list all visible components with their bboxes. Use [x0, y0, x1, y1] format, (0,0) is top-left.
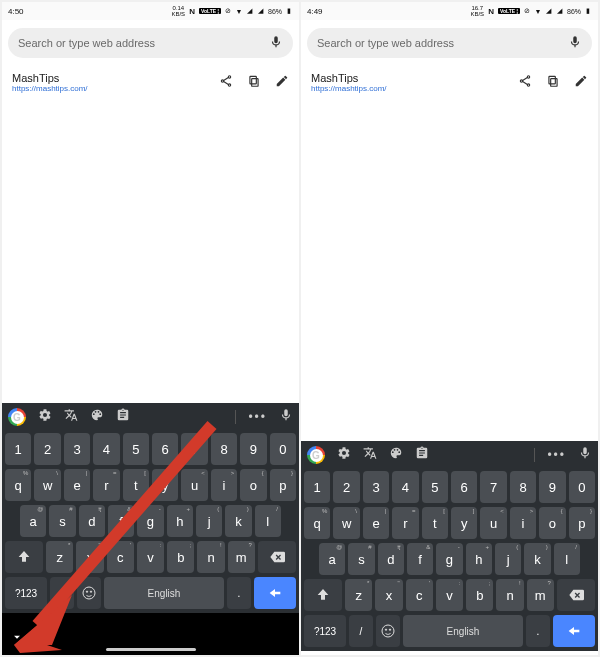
suggestion-row[interactable]: MashTips https://mashtips.com/: [301, 66, 598, 93]
mic-icon[interactable]: [578, 446, 592, 464]
key-y[interactable]: y]: [451, 507, 477, 539]
key-v[interactable]: v:: [436, 579, 463, 611]
key-g[interactable]: g-: [137, 505, 163, 537]
copy-icon[interactable]: [247, 74, 261, 92]
shift-key[interactable]: [304, 579, 342, 611]
key-6[interactable]: 6: [152, 433, 178, 465]
mic-icon[interactable]: [269, 35, 283, 51]
key-t[interactable]: t[: [123, 469, 149, 501]
more-icon[interactable]: •••: [248, 410, 267, 424]
key-e[interactable]: e|: [64, 469, 90, 501]
key-r[interactable]: r=: [392, 507, 418, 539]
key-o[interactable]: o{: [539, 507, 565, 539]
key-z[interactable]: z*: [345, 579, 372, 611]
key-p[interactable]: p}: [270, 469, 296, 501]
clipboard-icon[interactable]: [415, 446, 429, 464]
key-4[interactable]: 4: [93, 433, 119, 465]
suggestion-row[interactable]: MashTips https://mashtips.com/: [2, 66, 299, 93]
key-u[interactable]: u<: [480, 507, 506, 539]
key-y[interactable]: y]: [152, 469, 178, 501]
translate-icon[interactable]: [363, 446, 377, 464]
slash-key[interactable]: /: [349, 615, 373, 647]
key-5[interactable]: 5: [422, 471, 448, 503]
key-d[interactable]: d₹: [378, 543, 404, 575]
key-p[interactable]: p}: [569, 507, 595, 539]
key-a[interactable]: a@: [20, 505, 46, 537]
key-i[interactable]: i>: [211, 469, 237, 501]
key-s[interactable]: s#: [348, 543, 374, 575]
theme-icon[interactable]: [389, 446, 403, 464]
key-n[interactable]: n!: [496, 579, 523, 611]
key-z[interactable]: z*: [46, 541, 73, 573]
gear-icon[interactable]: [337, 446, 351, 464]
key-f[interactable]: f&: [108, 505, 134, 537]
key-c[interactable]: c': [107, 541, 134, 573]
mic-icon[interactable]: [568, 35, 582, 51]
symbols-key[interactable]: ?123: [304, 615, 346, 647]
key-t[interactable]: t[: [422, 507, 448, 539]
key-v[interactable]: v:: [137, 541, 164, 573]
period-key[interactable]: .: [227, 577, 251, 609]
key-a[interactable]: a@: [319, 543, 345, 575]
key-1[interactable]: 1: [304, 471, 330, 503]
key-1[interactable]: 1: [5, 433, 31, 465]
key-4[interactable]: 4: [392, 471, 418, 503]
key-o[interactable]: o{: [240, 469, 266, 501]
backspace-key[interactable]: [557, 579, 595, 611]
key-x[interactable]: x": [76, 541, 103, 573]
key-5[interactable]: 5: [123, 433, 149, 465]
space-key[interactable]: English: [403, 615, 523, 647]
key-l[interactable]: l/: [255, 505, 281, 537]
share-icon[interactable]: [219, 74, 233, 92]
edit-icon[interactable]: [275, 74, 289, 92]
key-j[interactable]: j(: [196, 505, 222, 537]
key-x[interactable]: x": [375, 579, 402, 611]
mic-icon[interactable]: [279, 408, 293, 426]
key-3[interactable]: 3: [363, 471, 389, 503]
clipboard-icon[interactable]: [116, 408, 130, 426]
key-w[interactable]: w\: [34, 469, 60, 501]
more-icon[interactable]: •••: [547, 448, 566, 462]
address-bar[interactable]: Search or type web address: [8, 28, 293, 58]
key-j[interactable]: j(: [495, 543, 521, 575]
key-q[interactable]: q%: [5, 469, 31, 501]
key-6[interactable]: 6: [451, 471, 477, 503]
key-k[interactable]: k): [225, 505, 251, 537]
gear-icon[interactable]: [38, 408, 52, 426]
key-m[interactable]: m?: [228, 541, 255, 573]
key-8[interactable]: 8: [510, 471, 536, 503]
key-n[interactable]: n!: [197, 541, 224, 573]
hide-keyboard-icon[interactable]: [10, 630, 24, 647]
key-u[interactable]: u<: [181, 469, 207, 501]
share-icon[interactable]: [518, 74, 532, 92]
edit-icon[interactable]: [574, 74, 588, 92]
key-b[interactable]: b;: [466, 579, 493, 611]
key-r[interactable]: r=: [93, 469, 119, 501]
translate-icon[interactable]: [64, 408, 78, 426]
enter-key[interactable]: [254, 577, 296, 609]
space-key[interactable]: English: [104, 577, 224, 609]
key-h[interactable]: h+: [466, 543, 492, 575]
backspace-key[interactable]: [258, 541, 296, 573]
emoji-key[interactable]: [77, 577, 101, 609]
enter-key[interactable]: [553, 615, 595, 647]
theme-icon[interactable]: [90, 408, 104, 426]
slash-key[interactable]: /: [50, 577, 74, 609]
home-indicator[interactable]: [106, 648, 196, 651]
key-9[interactable]: 9: [539, 471, 565, 503]
key-0[interactable]: 0: [569, 471, 595, 503]
key-i[interactable]: i>: [510, 507, 536, 539]
key-c[interactable]: c': [406, 579, 433, 611]
key-3[interactable]: 3: [64, 433, 90, 465]
key-s[interactable]: s#: [49, 505, 75, 537]
key-e[interactable]: e|: [363, 507, 389, 539]
key-w[interactable]: w\: [333, 507, 359, 539]
google-icon[interactable]: G: [8, 408, 26, 426]
key-7[interactable]: 7: [181, 433, 207, 465]
emoji-key[interactable]: [376, 615, 400, 647]
key-l[interactable]: l/: [554, 543, 580, 575]
key-h[interactable]: h+: [167, 505, 193, 537]
key-m[interactable]: m?: [527, 579, 554, 611]
key-g[interactable]: g-: [436, 543, 462, 575]
key-f[interactable]: f&: [407, 543, 433, 575]
